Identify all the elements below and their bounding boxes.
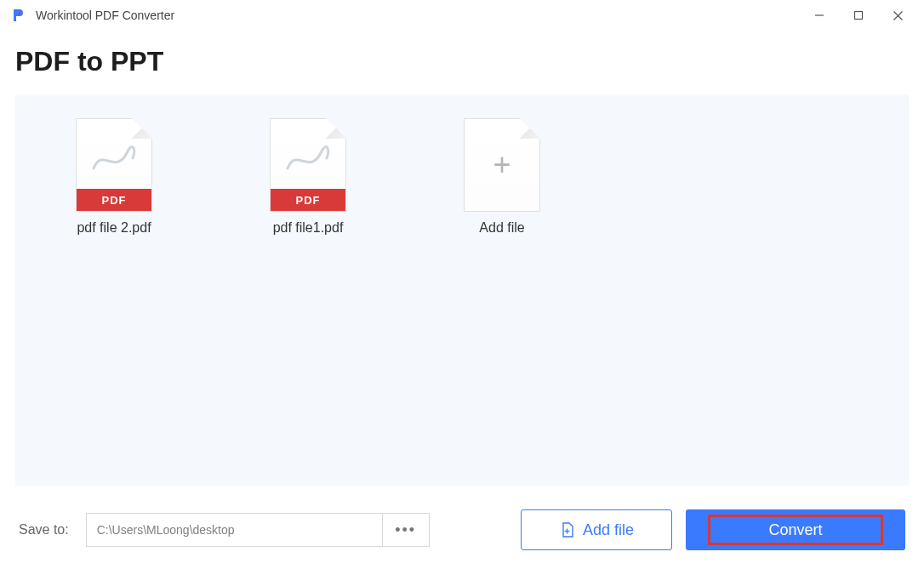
app-title: Workintool PDF Converter — [36, 9, 800, 22]
add-file-plus-icon — [559, 521, 576, 538]
footer-bar: Save to: ••• Add file Convert — [0, 494, 924, 566]
browse-button[interactable]: ••• — [382, 513, 430, 547]
add-file-icon: + — [464, 118, 540, 212]
page-title: PDF to PPT — [0, 31, 924, 89]
save-to-label: Save to: — [19, 522, 69, 538]
minimize-button[interactable] — [800, 0, 839, 31]
titlebar: Workintool PDF Converter — [0, 0, 924, 31]
window-controls — [800, 0, 917, 31]
add-file-label: Add file — [479, 220, 524, 236]
convert-button-label: Convert — [768, 521, 822, 539]
pdf-badge: PDF — [77, 189, 151, 211]
pdf-badge: PDF — [271, 189, 345, 211]
save-path-input[interactable] — [86, 513, 382, 547]
file-name-label: pdf file 2.pdf — [77, 220, 151, 236]
file-item[interactable]: PDF pdf file1.pdf — [257, 118, 359, 236]
add-file-button-label: Add file — [583, 521, 634, 539]
app-logo-icon — [10, 7, 27, 24]
pdf-file-icon: PDF — [270, 118, 346, 212]
file-name-label: pdf file1.pdf — [273, 220, 344, 236]
plus-icon: + — [493, 150, 510, 180]
file-area: PDF pdf file 2.pdf PDF pdf file1.pdf + A… — [15, 94, 909, 486]
add-file-tile[interactable]: + Add file — [451, 118, 553, 236]
add-file-button[interactable]: Add file — [521, 509, 672, 550]
file-item[interactable]: PDF pdf file 2.pdf — [63, 118, 165, 236]
more-dots-icon: ••• — [395, 521, 416, 539]
maximize-button[interactable] — [839, 0, 878, 31]
save-path-group: ••• — [86, 513, 430, 547]
close-button[interactable] — [878, 0, 917, 31]
convert-button[interactable]: Convert — [686, 509, 905, 550]
pdf-file-icon: PDF — [76, 118, 152, 212]
svg-rect-1 — [855, 12, 863, 20]
